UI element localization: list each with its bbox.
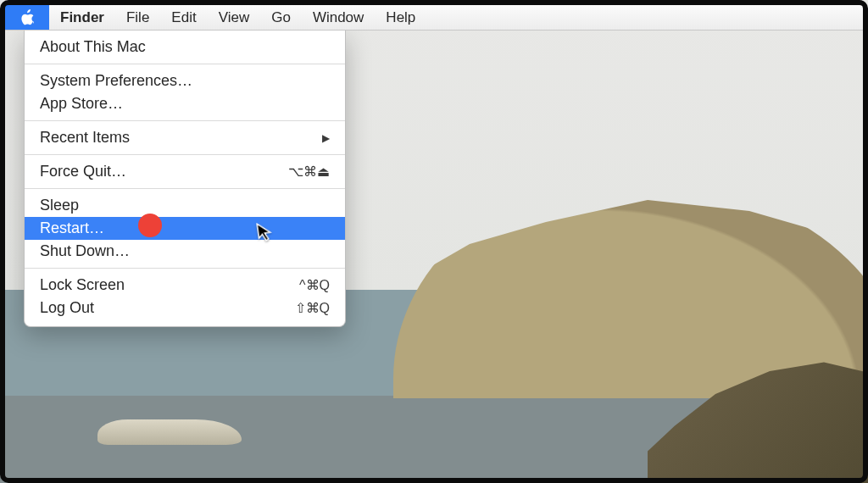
menu-force-quit[interactable]: Force Quit… ⌥⌘⏏ — [25, 160, 345, 183]
submenu-arrow-icon: ▶ — [322, 132, 330, 144]
menubar-help[interactable]: Help — [375, 5, 426, 30]
menu-system-preferences[interactable]: System Preferences… — [25, 69, 345, 92]
menu-log-out[interactable]: Log Out ⇧⌘Q — [25, 297, 345, 319]
menubar-edit[interactable]: Edit — [160, 5, 207, 30]
menubar-view[interactable]: View — [208, 5, 261, 30]
menu-shortcut: ^⌘Q — [299, 277, 330, 293]
menu-lock-screen[interactable]: Lock Screen ^⌘Q — [25, 274, 345, 297]
menubar-file[interactable]: File — [115, 5, 160, 30]
menu-item-label: Shut Down… — [40, 242, 130, 260]
apple-menu-dropdown: About This Mac System Preferences… App S… — [24, 31, 346, 327]
menu-separator — [25, 120, 345, 121]
menu-item-label: Restart… — [40, 219, 104, 237]
menu-separator — [25, 188, 345, 189]
menu-shortcut: ⌥⌘⏏ — [288, 164, 330, 180]
menu-app-store[interactable]: App Store… — [25, 92, 345, 115]
menu-item-label: Force Quit… — [40, 163, 126, 180]
menu-shut-down[interactable]: Shut Down… — [25, 240, 345, 263]
menubar-app-name[interactable]: Finder — [49, 5, 115, 30]
menu-recent-items[interactable]: Recent Items ▶ — [25, 126, 345, 149]
menu-restart[interactable]: Restart… — [25, 217, 345, 240]
menu-item-label: Log Out — [40, 299, 94, 317]
annotation-dot-icon — [138, 214, 162, 237]
menu-shortcut: ⇧⌘Q — [295, 300, 330, 316]
menu-item-label: Lock Screen — [40, 276, 125, 294]
apple-menu-button[interactable] — [5, 5, 49, 30]
menu-item-label: System Preferences… — [40, 72, 192, 90]
menu-item-label: Recent Items — [40, 129, 130, 147]
menu-separator — [25, 64, 345, 64]
apple-logo-icon — [20, 9, 35, 26]
menubar[interactable]: Finder File Edit View Go Window Help — [5, 5, 863, 31]
menubar-window[interactable]: Window — [302, 5, 375, 30]
wallpaper-rock — [97, 419, 242, 445]
menu-item-label: Sleep — [40, 197, 79, 214]
menu-sleep[interactable]: Sleep — [25, 194, 345, 217]
menu-item-label: App Store… — [40, 95, 123, 113]
menubar-go[interactable]: Go — [260, 5, 302, 30]
mouse-cursor-icon — [256, 221, 275, 247]
menu-item-label: About This Mac — [40, 38, 146, 56]
menu-separator — [25, 268, 345, 269]
menu-about-this-mac[interactable]: About This Mac — [25, 36, 345, 58]
menu-separator — [25, 154, 345, 155]
